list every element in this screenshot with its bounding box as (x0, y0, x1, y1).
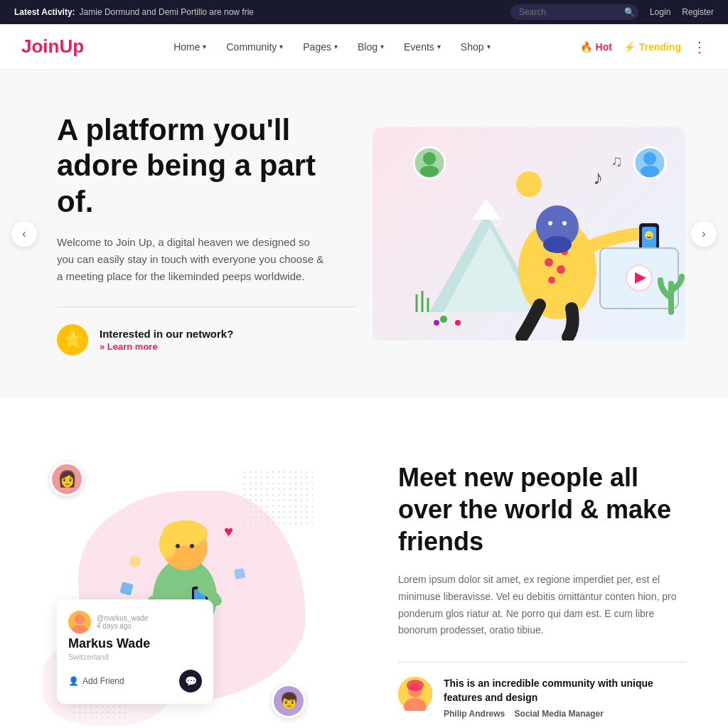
trending-label: Trending (639, 41, 681, 53)
profile-avatar (68, 611, 91, 633)
profile-actions: 👤 Add Friend 💬 (68, 670, 202, 692)
activity-text: Jamie Dormund and Demi Portillo are now … (80, 7, 254, 17)
svg-point-29 (643, 152, 656, 165)
author-name: Philip Andrews (444, 709, 505, 719)
nav-item-shop[interactable]: Shop (452, 36, 499, 58)
profile-card-wrapper: 👩 👦 (43, 455, 313, 725)
svg-rect-43 (234, 568, 245, 579)
message-button[interactable]: 💬 (179, 670, 202, 692)
testimonial-avatar (398, 677, 432, 711)
svg-text:♫: ♫ (611, 152, 623, 170)
svg-point-39 (190, 544, 194, 548)
section-two-left: 👩 👦 (43, 455, 355, 725)
activity-bar: Latest Activity: Jamie Dormund and Demi … (14, 7, 254, 17)
svg-point-37 (159, 530, 176, 558)
svg-point-11 (545, 258, 553, 267)
section-title: Meet new people all over the world & mak… (398, 461, 685, 557)
svg-point-17 (548, 221, 552, 225)
hero-description: Welcome to Join Up, a digital heaven we … (57, 234, 327, 285)
profile-name: Markus Wade (68, 636, 202, 651)
hero-prev-button[interactable]: ‹ (11, 221, 37, 247)
learn-more-link[interactable]: Learn more (100, 341, 158, 352)
nav-links: Home Community Pages Blog Events Shop (165, 36, 498, 58)
search-icon: 🔍 (624, 7, 635, 17)
hot-badge[interactable]: 🔥 Hot (580, 41, 612, 53)
svg-point-7 (440, 316, 447, 323)
fire-icon: 🔥 (580, 41, 592, 53)
nav-item-community[interactable]: Community (218, 36, 291, 58)
avatar-svg (68, 611, 91, 633)
svg-point-30 (641, 166, 659, 177)
profile-card-meta: @markus_wade 4 days ago (97, 614, 148, 630)
svg-point-27 (420, 166, 439, 177)
hero-title: A platform you'll adore being a part of. (57, 112, 355, 220)
nav-item-home[interactable]: Home (165, 36, 215, 58)
svg-point-38 (176, 544, 180, 548)
hero-next-button[interactable]: › (691, 221, 717, 247)
svg-point-16 (543, 236, 572, 253)
hot-label: Hot (596, 41, 612, 53)
main-nav: JoinUp Home Community Pages Blog Events … (0, 24, 728, 70)
svg-point-47 (75, 614, 85, 624)
hero-section: ‹ A platform you'll adore being a part o… (0, 70, 728, 398)
testimonial-author: Philip Andrews Social Media Manager (444, 709, 685, 719)
svg-marker-2 (472, 198, 500, 220)
logo-up: Up (59, 36, 84, 57)
svg-point-8 (455, 320, 461, 326)
hero-cta: ⭐ Interested in our network? Learn more (57, 306, 355, 355)
trending-badge[interactable]: ⚡ Trending (623, 41, 681, 53)
cta-question: Interested in our network? (100, 328, 233, 340)
section-two-right: Meet new people all over the world & mak… (398, 461, 685, 719)
section-description: Lorem ipsum dolor sit amet, ex regione i… (398, 572, 682, 639)
add-friend-label: Add Friend (82, 676, 124, 686)
register-link[interactable]: Register (682, 7, 714, 17)
hero-content: A platform you'll adore being a part of.… (57, 112, 355, 355)
float-avatar-2: 👦 (272, 684, 306, 718)
activity-label: Latest Activity: (14, 7, 75, 17)
svg-point-12 (557, 265, 565, 274)
top-bar-right: 🔍 Login Register (510, 4, 714, 20)
svg-point-9 (434, 320, 439, 326)
testimonial: This is an incredible community with uni… (398, 662, 685, 719)
lightning-icon: ⚡ (623, 41, 636, 53)
hero-illustration: ♪ ♫ (373, 127, 685, 341)
svg-point-26 (423, 152, 436, 165)
svg-point-18 (562, 221, 567, 225)
person-icon: 👤 (68, 676, 79, 686)
search-input[interactable] (519, 7, 619, 17)
cta-text: Interested in our network? Learn more (100, 328, 233, 353)
nav-item-pages[interactable]: Pages (294, 36, 346, 58)
profile-card: @markus_wade 4 days ago Markus Wade Swit… (57, 599, 213, 704)
section-two: 👩 👦 (0, 398, 728, 728)
add-friend-button[interactable]: 👤 Add Friend (68, 676, 124, 686)
username: @markus_wade (97, 614, 148, 622)
login-link[interactable]: Login (650, 7, 670, 17)
float-avatar-1: 👩 (50, 462, 84, 496)
search-bar[interactable]: 🔍 (510, 4, 638, 20)
hero-illustration-container: ♪ ♫ (373, 127, 685, 341)
profile-card-top: @markus_wade 4 days ago (68, 611, 202, 633)
profile-location: Switzerland (68, 653, 202, 661)
svg-point-52 (407, 680, 424, 691)
top-bar: Latest Activity: Jamie Dormund and Demi … (0, 0, 728, 24)
nav-item-blog[interactable]: Blog (349, 36, 392, 58)
svg-point-13 (548, 277, 555, 284)
svg-point-3 (516, 171, 542, 197)
svg-text:♪: ♪ (593, 166, 603, 188)
svg-rect-42 (119, 582, 134, 596)
hero-svg: ♪ ♫ (373, 127, 685, 341)
svg-text:♥: ♥ (224, 523, 233, 540)
nav-right: 🔥 Hot ⚡ Trending ⋮ (580, 38, 707, 55)
more-menu-button[interactable]: ⋮ (692, 38, 707, 55)
author-role: Social Media Manager (515, 709, 604, 719)
logo[interactable]: JoinUp (21, 36, 84, 58)
star-icon: ⭐ (57, 324, 88, 355)
time-ago: 4 days ago (97, 622, 148, 630)
logo-join: Join (21, 36, 59, 57)
nav-item-events[interactable]: Events (395, 36, 449, 58)
testimonial-content: This is an incredible community with uni… (444, 677, 685, 719)
testimonial-quote: This is an incredible community with uni… (444, 677, 685, 705)
message-icon: 💬 (185, 675, 197, 687)
svg-point-44 (129, 556, 141, 567)
testimonial-avatar-svg (398, 677, 432, 711)
